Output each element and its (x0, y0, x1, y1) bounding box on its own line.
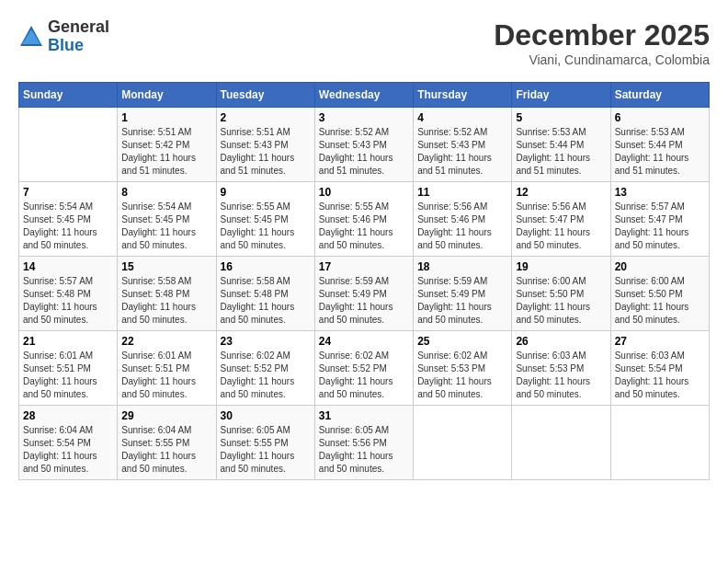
day-info: Sunrise: 5:51 AMSunset: 5:43 PMDaylight:… (221, 126, 311, 178)
day-cell: 3Sunrise: 5:52 AMSunset: 5:43 PMDaylight… (314, 108, 413, 182)
day-cell: 26Sunrise: 6:03 AMSunset: 5:53 PMDayligh… (512, 331, 610, 406)
day-cell (19, 108, 118, 182)
day-number: 23 (221, 335, 311, 348)
day-number: 6 (615, 111, 705, 124)
day-number: 3 (319, 111, 409, 124)
day-cell: 6Sunrise: 5:53 AMSunset: 5:44 PMDaylight… (610, 108, 709, 182)
day-info: Sunrise: 5:54 AMSunset: 5:45 PMDaylight:… (23, 201, 113, 252)
weekday-header-tuesday: Tuesday (216, 83, 314, 108)
day-cell: 16Sunrise: 5:58 AMSunset: 5:48 PMDayligh… (216, 257, 314, 331)
day-info: Sunrise: 5:53 AMSunset: 5:44 PMDaylight:… (516, 126, 606, 178)
day-cell: 29Sunrise: 6:04 AMSunset: 5:55 PMDayligh… (118, 406, 216, 480)
week-row-4: 21Sunrise: 6:01 AMSunset: 5:51 PMDayligh… (19, 331, 710, 406)
day-number: 9 (221, 186, 311, 199)
day-cell: 23Sunrise: 6:02 AMSunset: 5:52 PMDayligh… (216, 331, 314, 406)
day-info: Sunrise: 5:59 AMSunset: 5:49 PMDaylight:… (319, 275, 409, 327)
day-info: Sunrise: 5:56 AMSunset: 5:47 PMDaylight:… (516, 201, 606, 252)
day-info: Sunrise: 6:05 AMSunset: 5:56 PMDaylight:… (319, 424, 409, 476)
day-number: 11 (417, 186, 507, 199)
day-number: 2 (221, 111, 311, 124)
day-number: 25 (417, 335, 507, 348)
day-info: Sunrise: 6:03 AMSunset: 5:54 PMDaylight:… (615, 350, 705, 401)
weekday-header-sunday: Sunday (19, 83, 118, 108)
day-cell: 19Sunrise: 6:00 AMSunset: 5:50 PMDayligh… (512, 257, 610, 331)
day-info: Sunrise: 6:02 AMSunset: 5:52 PMDaylight:… (319, 350, 409, 401)
logo-icon (18, 24, 44, 50)
svg-marker-1 (22, 29, 40, 44)
day-cell: 15Sunrise: 5:58 AMSunset: 5:48 PMDayligh… (118, 257, 216, 331)
day-number: 5 (516, 111, 606, 124)
day-cell: 10Sunrise: 5:55 AMSunset: 5:46 PMDayligh… (314, 182, 413, 257)
day-cell: 7Sunrise: 5:54 AMSunset: 5:45 PMDaylight… (19, 182, 118, 257)
day-number: 22 (121, 335, 211, 348)
day-cell: 5Sunrise: 5:53 AMSunset: 5:44 PMDaylight… (512, 108, 610, 182)
title-block: December 2025 Viani, Cundinamarca, Colom… (494, 18, 710, 67)
day-cell: 2Sunrise: 5:51 AMSunset: 5:43 PMDaylight… (216, 108, 314, 182)
logo-general: General (48, 17, 109, 36)
weekday-header-saturday: Saturday (610, 83, 709, 108)
day-number: 7 (23, 186, 113, 199)
day-cell: 4Sunrise: 5:52 AMSunset: 5:43 PMDaylight… (414, 108, 512, 182)
day-info: Sunrise: 5:53 AMSunset: 5:44 PMDaylight:… (615, 126, 705, 178)
day-cell: 13Sunrise: 5:57 AMSunset: 5:47 PMDayligh… (610, 182, 709, 257)
day-info: Sunrise: 6:00 AMSunset: 5:50 PMDaylight:… (615, 275, 705, 327)
day-cell: 31Sunrise: 6:05 AMSunset: 5:56 PMDayligh… (314, 406, 413, 480)
day-cell (414, 406, 512, 480)
day-info: Sunrise: 5:57 AMSunset: 5:48 PMDaylight:… (23, 275, 113, 327)
weekday-header-row: SundayMondayTuesdayWednesdayThursdayFrid… (19, 83, 710, 108)
day-number: 24 (319, 335, 409, 348)
day-cell: 27Sunrise: 6:03 AMSunset: 5:54 PMDayligh… (610, 331, 709, 406)
day-number: 15 (121, 260, 211, 273)
day-info: Sunrise: 6:05 AMSunset: 5:55 PMDaylight:… (221, 424, 311, 476)
day-number: 30 (221, 409, 311, 422)
day-info: Sunrise: 5:57 AMSunset: 5:47 PMDaylight:… (615, 201, 705, 252)
day-cell: 21Sunrise: 6:01 AMSunset: 5:51 PMDayligh… (19, 331, 118, 406)
weekday-header-thursday: Thursday (414, 83, 512, 108)
day-number: 31 (319, 409, 409, 422)
week-row-1: 1Sunrise: 5:51 AMSunset: 5:42 PMDaylight… (19, 108, 710, 182)
day-cell: 12Sunrise: 5:56 AMSunset: 5:47 PMDayligh… (512, 182, 610, 257)
day-number: 19 (516, 260, 606, 273)
day-number: 1 (121, 111, 211, 124)
weekday-header-friday: Friday (512, 83, 610, 108)
day-cell: 14Sunrise: 5:57 AMSunset: 5:48 PMDayligh… (19, 257, 118, 331)
day-number: 4 (417, 111, 507, 124)
day-info: Sunrise: 6:04 AMSunset: 5:55 PMDaylight:… (121, 424, 211, 476)
weekday-header-wednesday: Wednesday (314, 83, 413, 108)
logo-text: General Blue (48, 18, 109, 55)
day-cell: 24Sunrise: 6:02 AMSunset: 5:52 PMDayligh… (314, 331, 413, 406)
day-number: 8 (121, 186, 211, 199)
day-info: Sunrise: 5:52 AMSunset: 5:43 PMDaylight:… (417, 126, 507, 178)
day-cell (610, 406, 709, 480)
calendar-table: SundayMondayTuesdayWednesdayThursdayFrid… (18, 82, 710, 480)
day-number: 16 (221, 260, 311, 273)
logo: General Blue (18, 18, 109, 55)
day-number: 29 (121, 409, 211, 422)
day-info: Sunrise: 6:04 AMSunset: 5:54 PMDaylight:… (23, 424, 113, 476)
day-info: Sunrise: 5:56 AMSunset: 5:46 PMDaylight:… (417, 201, 507, 252)
day-number: 12 (516, 186, 606, 199)
day-cell: 1Sunrise: 5:51 AMSunset: 5:42 PMDaylight… (118, 108, 216, 182)
day-cell: 22Sunrise: 6:01 AMSunset: 5:51 PMDayligh… (118, 331, 216, 406)
day-info: Sunrise: 6:01 AMSunset: 5:51 PMDaylight:… (121, 350, 211, 401)
day-cell: 20Sunrise: 6:00 AMSunset: 5:50 PMDayligh… (610, 257, 709, 331)
day-cell: 17Sunrise: 5:59 AMSunset: 5:49 PMDayligh… (314, 257, 413, 331)
day-info: Sunrise: 5:52 AMSunset: 5:43 PMDaylight:… (319, 126, 409, 178)
day-cell: 25Sunrise: 6:02 AMSunset: 5:53 PMDayligh… (414, 331, 512, 406)
day-number: 14 (23, 260, 113, 273)
day-number: 18 (417, 260, 507, 273)
day-info: Sunrise: 5:54 AMSunset: 5:45 PMDaylight:… (121, 201, 211, 252)
logo-blue: Blue (48, 36, 84, 54)
page-header: General Blue December 2025 Viani, Cundin… (18, 18, 710, 67)
day-number: 28 (23, 409, 113, 422)
day-cell: 8Sunrise: 5:54 AMSunset: 5:45 PMDaylight… (118, 182, 216, 257)
day-info: Sunrise: 5:59 AMSunset: 5:49 PMDaylight:… (417, 275, 507, 327)
day-number: 20 (615, 260, 705, 273)
week-row-5: 28Sunrise: 6:04 AMSunset: 5:54 PMDayligh… (19, 406, 710, 480)
day-number: 17 (319, 260, 409, 273)
day-cell (512, 406, 610, 480)
day-info: Sunrise: 6:01 AMSunset: 5:51 PMDaylight:… (23, 350, 113, 401)
day-cell: 18Sunrise: 5:59 AMSunset: 5:49 PMDayligh… (414, 257, 512, 331)
day-info: Sunrise: 5:58 AMSunset: 5:48 PMDaylight:… (221, 275, 311, 327)
day-number: 13 (615, 186, 705, 199)
